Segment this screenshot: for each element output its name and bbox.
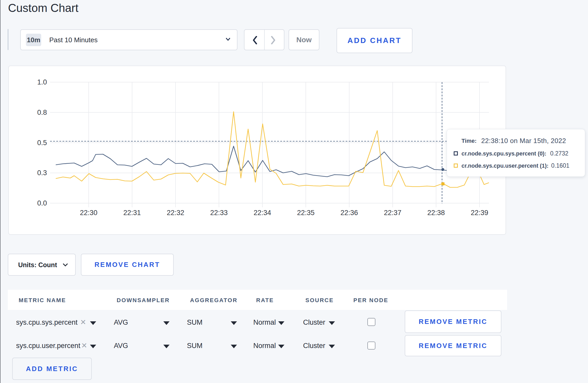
svg-text:22:39: 22:39: [471, 209, 488, 217]
svg-text:22:38: 22:38: [427, 209, 445, 217]
svg-text:22:30: 22:30: [80, 209, 97, 217]
svg-text:0.3: 0.3: [37, 169, 47, 177]
svg-text:22:34: 22:34: [254, 209, 271, 217]
svg-text:22:35: 22:35: [297, 209, 315, 217]
svg-text:22:37: 22:37: [384, 209, 402, 217]
svg-text:22:31: 22:31: [123, 209, 141, 217]
svg-text:0.5: 0.5: [37, 139, 47, 147]
svg-text:22:32: 22:32: [167, 209, 184, 217]
svg-text:1.0: 1.0: [37, 78, 47, 86]
svg-text:0.8: 0.8: [37, 109, 47, 116]
svg-text:22:33: 22:33: [210, 209, 228, 217]
svg-text:0.0: 0.0: [37, 199, 47, 207]
svg-text:22:36: 22:36: [340, 209, 358, 217]
